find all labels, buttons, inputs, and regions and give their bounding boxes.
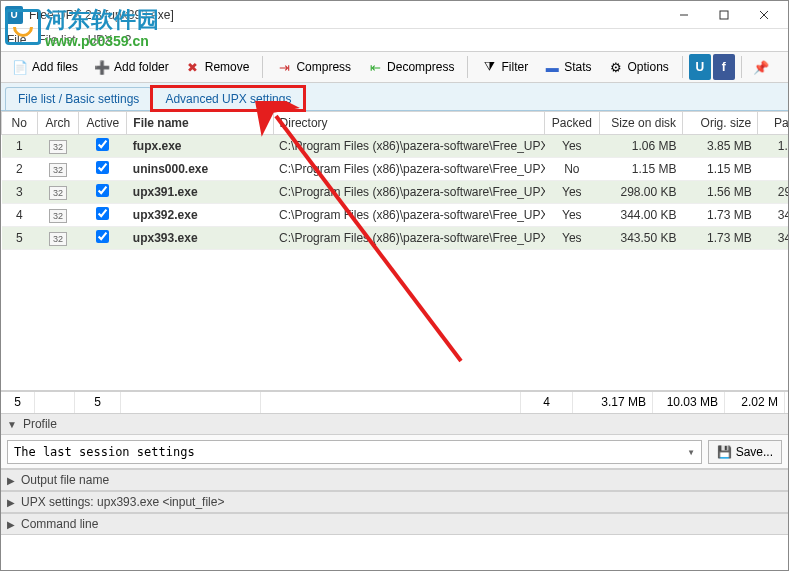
active-checkbox[interactable]	[96, 138, 109, 151]
cell-arch: 32	[37, 204, 79, 227]
cell-active[interactable]	[79, 181, 127, 204]
cell-no: 4	[2, 204, 38, 227]
col-arch[interactable]: Arch	[37, 112, 79, 135]
close-button[interactable]	[744, 4, 784, 26]
profile-select[interactable]: The last session settings ▾	[7, 440, 702, 464]
window-title: Free UPX 2.3 [upx393.exe]	[29, 8, 664, 22]
maximize-button[interactable]	[704, 4, 744, 26]
upx-link-button[interactable]: U	[689, 54, 711, 80]
add-files-button[interactable]: 📄 Add files	[5, 54, 85, 80]
tab-bar: File list / Basic settings Advanced UPX …	[1, 83, 788, 111]
col-filename[interactable]: File name	[127, 112, 273, 135]
options-button[interactable]: ⚙ Options	[601, 54, 676, 80]
tab-basic-settings[interactable]: File list / Basic settings	[5, 87, 152, 110]
chevron-down-icon: ▾	[687, 445, 694, 459]
menu-upx[interactable]: UPX	[88, 33, 113, 47]
remove-label: Remove	[205, 60, 250, 74]
toolbar-separator	[741, 56, 742, 78]
remove-button[interactable]: ✖ Remove	[178, 54, 257, 80]
add-folder-button[interactable]: ➕ Add folder	[87, 54, 176, 80]
table-row[interactable]: 132fupx.exeC:\Program Files (x86)\pazera…	[2, 135, 789, 158]
cell-packed: Yes	[545, 181, 599, 204]
cell-filename: upx391.exe	[127, 181, 273, 204]
cell-size: 298.00 KB	[599, 181, 683, 204]
col-packed[interactable]: Packed	[545, 112, 599, 135]
filter-icon: ⧩	[481, 59, 497, 75]
output-filename-header[interactable]: ▶ Output file name	[1, 469, 788, 491]
cell-packedsize: 1.06 M	[758, 135, 788, 158]
cell-origsize: 1.73 MB	[683, 204, 758, 227]
cell-origsize: 1.56 MB	[683, 181, 758, 204]
col-no[interactable]: No	[2, 112, 38, 135]
tab-advanced-settings[interactable]: Advanced UPX settings	[152, 87, 304, 110]
profile-header[interactable]: ▼ Profile	[1, 413, 788, 435]
menu-help[interactable]: ?	[124, 33, 131, 47]
cell-packed: Yes	[545, 204, 599, 227]
pin-icon: 📌	[753, 59, 769, 75]
cell-filename: fupx.exe	[127, 135, 273, 158]
toolbar-separator	[467, 56, 468, 78]
total-packed: 4	[521, 392, 573, 413]
menu-file[interactable]: File	[7, 33, 26, 47]
filter-label: Filter	[501, 60, 528, 74]
cell-active[interactable]	[79, 227, 127, 250]
menu-filelist[interactable]: File list	[38, 33, 75, 47]
decompress-button[interactable]: ⇤ Decompress	[360, 54, 461, 80]
table-row[interactable]: 532upx393.exeC:\Program Files (x86)\paze…	[2, 227, 789, 250]
toolbar: 📄 Add files ➕ Add folder ✖ Remove ⇥ Comp…	[1, 51, 788, 83]
cell-directory: C:\Program Files (x86)\pazera-software\F…	[273, 135, 545, 158]
table-row[interactable]: 332upx391.exeC:\Program Files (x86)\paze…	[2, 181, 789, 204]
cell-active[interactable]	[79, 204, 127, 227]
titlebar: U Free UPX 2.3 [upx393.exe]	[1, 1, 788, 29]
cell-directory: C:\Program Files (x86)\pazera-software\F…	[273, 181, 545, 204]
filter-button[interactable]: ⧩ Filter	[474, 54, 535, 80]
cell-size: 343.50 KB	[599, 227, 683, 250]
cell-size: 1.06 MB	[599, 135, 683, 158]
minimize-button[interactable]	[664, 4, 704, 26]
profile-body: The last session settings ▾ 💾 Save...	[1, 435, 788, 469]
col-origsize[interactable]: Orig. size	[683, 112, 758, 135]
cell-origsize: 1.73 MB	[683, 227, 758, 250]
upx-settings-title: UPX settings: upx393.exe <input_file>	[21, 495, 224, 509]
cell-no: 1	[2, 135, 38, 158]
toolbar-separator	[682, 56, 683, 78]
stats-button[interactable]: ▬ Stats	[537, 54, 598, 80]
cell-size: 344.00 KB	[599, 204, 683, 227]
active-checkbox[interactable]	[96, 230, 109, 243]
cell-directory: C:\Program Files (x86)\pazera-software\F…	[273, 204, 545, 227]
active-checkbox[interactable]	[96, 184, 109, 197]
command-line-header[interactable]: ▶ Command line	[1, 513, 788, 535]
save-profile-button[interactable]: 💾 Save...	[708, 440, 782, 464]
facebook-button[interactable]: f	[713, 54, 735, 80]
cell-filename: unins000.exe	[127, 158, 273, 181]
close-icon	[759, 10, 769, 20]
upx-settings-header[interactable]: ▶ UPX settings: upx393.exe <input_file>	[1, 491, 788, 513]
file-list-table: No Arch Active File name Directory Packe…	[1, 111, 788, 391]
cell-no: 2	[2, 158, 38, 181]
cell-active[interactable]	[79, 158, 127, 181]
col-size[interactable]: Size on disk	[599, 112, 683, 135]
cell-no: 5	[2, 227, 38, 250]
active-checkbox[interactable]	[96, 207, 109, 220]
cell-active[interactable]	[79, 135, 127, 158]
col-directory[interactable]: Directory	[273, 112, 545, 135]
total-orig: 10.03 MB	[653, 392, 725, 413]
active-checkbox[interactable]	[96, 161, 109, 174]
expand-icon: ▶	[7, 475, 15, 486]
remove-icon: ✖	[185, 59, 201, 75]
cell-packedsize: 343.50	[758, 227, 788, 250]
cell-packed: Yes	[545, 135, 599, 158]
col-active[interactable]: Active	[79, 112, 127, 135]
pin-button[interactable]: 📌	[748, 54, 774, 80]
table-row[interactable]: 232unins000.exeC:\Program Files (x86)\pa…	[2, 158, 789, 181]
cell-arch: 32	[37, 181, 79, 204]
compress-button[interactable]: ⇥ Compress	[269, 54, 358, 80]
table-row[interactable]: 432upx392.exeC:\Program Files (x86)\paze…	[2, 204, 789, 227]
add-folder-icon: ➕	[94, 59, 110, 75]
total-active: 5	[75, 392, 121, 413]
total-ps: 2.02 M	[725, 392, 785, 413]
output-title: Output file name	[21, 473, 109, 487]
cell-arch: 32	[37, 135, 79, 158]
profile-title: Profile	[23, 417, 57, 431]
col-packedsize[interactable]: Packed	[758, 112, 788, 135]
